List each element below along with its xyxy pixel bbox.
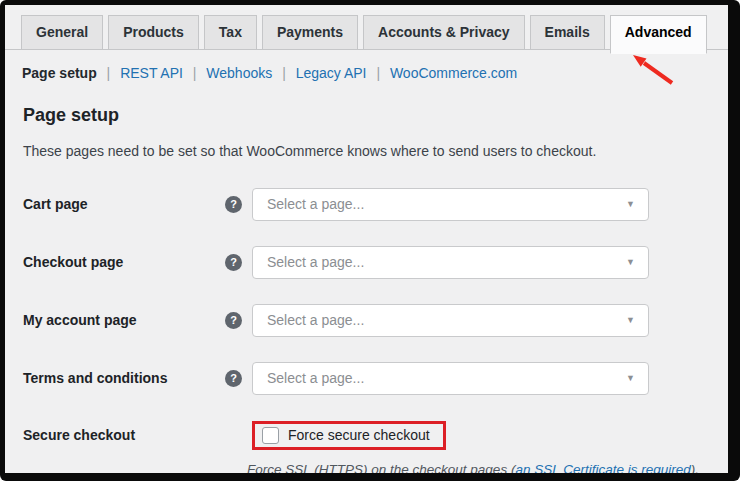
subnav-separator: | bbox=[107, 65, 111, 81]
cart-page-label: Cart page bbox=[18, 196, 225, 212]
tab-tax[interactable]: Tax bbox=[204, 15, 257, 50]
chevron-down-icon: ▼ bbox=[626, 315, 635, 325]
secure-checkout-label: Secure checkout bbox=[18, 427, 252, 443]
tab-general[interactable]: General bbox=[21, 15, 103, 50]
subnav-separator: | bbox=[193, 65, 197, 81]
force-secure-checkout-checkbox[interactable] bbox=[262, 427, 279, 444]
chevron-down-icon: ▼ bbox=[626, 257, 635, 267]
subnav-link-webhooks[interactable]: Webhooks bbox=[206, 65, 272, 81]
help-icon[interactable]: ? bbox=[225, 370, 242, 387]
subnav-separator: | bbox=[376, 65, 380, 81]
help-icon[interactable]: ? bbox=[225, 254, 242, 271]
tab-payments[interactable]: Payments bbox=[262, 15, 358, 50]
form-row-secure-checkout: Secure checkout Force secure checkout bbox=[5, 417, 728, 453]
subnav-link-woocommerce-com[interactable]: WooCommerce.com bbox=[390, 65, 517, 81]
page-title: Page setup bbox=[23, 105, 728, 126]
help-icon[interactable]: ? bbox=[225, 196, 242, 213]
tab-accounts-privacy[interactable]: Accounts & Privacy bbox=[363, 15, 525, 50]
chevron-down-icon: ▼ bbox=[626, 373, 635, 383]
my-account-page-label: My account page bbox=[18, 312, 225, 328]
ssl-note: Force SSL (HTTPS) on the checkout pages … bbox=[247, 462, 728, 473]
subnav-separator: | bbox=[282, 65, 286, 81]
form-row-my-account-page: My account page ? Select a page... ▼ bbox=[5, 291, 728, 349]
chevron-down-icon: ▼ bbox=[626, 199, 635, 209]
cart-page-select[interactable]: Select a page... ▼ bbox=[252, 188, 649, 221]
select-placeholder: Select a page... bbox=[267, 254, 364, 270]
woocommerce-settings-page: General Products Tax Payments Accounts &… bbox=[5, 5, 728, 473]
checkout-page-select[interactable]: Select a page... ▼ bbox=[252, 246, 649, 279]
subnav-link-rest-api[interactable]: REST API bbox=[120, 65, 183, 81]
annotation-highlight-box: Force secure checkout bbox=[252, 421, 446, 450]
screenshot-frame: General Products Tax Payments Accounts &… bbox=[0, 0, 740, 481]
terms-and-conditions-label: Terms and conditions bbox=[18, 370, 225, 386]
subnav-item-page-setup[interactable]: Page setup bbox=[22, 65, 97, 81]
force-secure-checkout-checkbox-label: Force secure checkout bbox=[288, 427, 430, 443]
select-placeholder: Select a page... bbox=[267, 370, 364, 386]
select-placeholder: Select a page... bbox=[267, 312, 364, 328]
my-account-page-select[interactable]: Select a page... ▼ bbox=[252, 304, 649, 337]
checkout-page-label: Checkout page bbox=[18, 254, 225, 270]
tab-advanced[interactable]: Advanced bbox=[610, 15, 707, 54]
form-row-cart-page: Cart page ? Select a page... ▼ bbox=[5, 175, 728, 233]
ssl-note-text: Force SSL (HTTPS) on the checkout pages … bbox=[247, 462, 515, 473]
help-icon[interactable]: ? bbox=[225, 312, 242, 329]
subnav-link-legacy-api[interactable]: Legacy API bbox=[296, 65, 367, 81]
page-setup-form: Cart page ? Select a page... ▼ Checkout … bbox=[5, 175, 728, 473]
ssl-certificate-link[interactable]: an SSL Certificate is required bbox=[515, 462, 690, 473]
select-placeholder: Select a page... bbox=[267, 196, 364, 212]
terms-and-conditions-select[interactable]: Select a page... ▼ bbox=[252, 362, 649, 395]
tab-products[interactable]: Products bbox=[108, 15, 199, 50]
page-description: These pages need to be set so that WooCo… bbox=[23, 143, 728, 159]
settings-subnav: Page setup | REST API | Webhooks | Legac… bbox=[5, 50, 728, 82]
settings-tab-bar: General Products Tax Payments Accounts &… bbox=[5, 5, 728, 50]
form-row-terms-and-conditions: Terms and conditions ? Select a page... … bbox=[5, 349, 728, 407]
form-row-checkout-page: Checkout page ? Select a page... ▼ bbox=[5, 233, 728, 291]
ssl-note-text: ). bbox=[691, 462, 699, 473]
tab-emails[interactable]: Emails bbox=[530, 15, 605, 50]
